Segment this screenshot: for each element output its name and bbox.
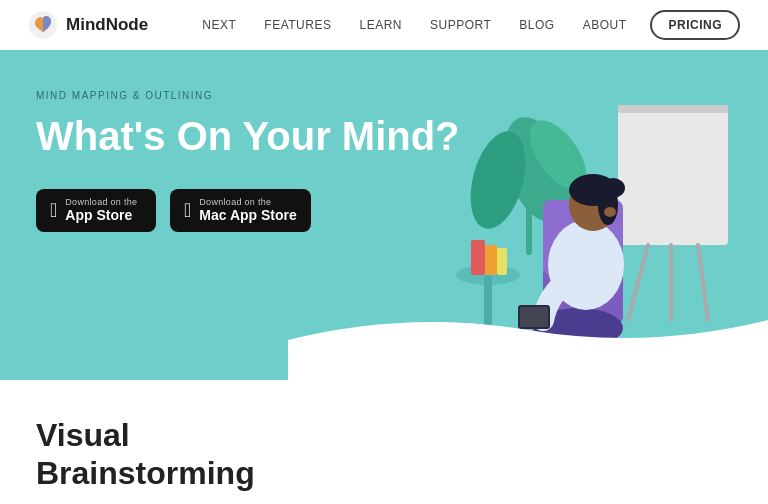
app-store-top: Download on the [65,197,137,207]
apple-icon-2:  [184,200,191,220]
nav-learn[interactable]: LEARN [359,18,402,32]
hero-title: What's On Your Mind? [36,113,460,159]
mac-store-top: Download on the [199,197,271,207]
svg-line-7 [628,245,648,320]
svg-rect-5 [618,110,728,245]
store-buttons:  Download on the App Store  Download o… [36,189,460,232]
app-store-name: App Store [65,207,132,224]
svg-line-8 [698,245,708,320]
hero-section: MIND MAPPING & OUTLINING What's On Your … [0,50,768,380]
svg-rect-4 [526,205,532,255]
nav-links: NEXT FEATURES LEARN SUPPORT BLOG ABOUT [202,18,626,32]
svg-point-27 [604,207,616,217]
apple-icon-1:  [50,200,57,220]
logo-text: MindNode [66,15,148,35]
nav-support[interactable]: SUPPORT [430,18,491,32]
hero-subtitle: MIND MAPPING & OUTLINING [36,90,460,101]
nav-blog[interactable]: BLOG [519,18,554,32]
svg-rect-6 [618,105,728,113]
section-title: Visual Brainstorming [36,416,732,493]
hero-content: MIND MAPPING & OUTLINING What's On Your … [36,90,460,232]
svg-rect-13 [485,245,497,275]
app-store-button[interactable]:  Download on the App Store [36,189,156,232]
mac-store-name: Mac App Store [199,207,297,224]
section-title-line1: Visual [36,417,130,453]
svg-point-24 [601,178,625,198]
below-hero-section: Visual Brainstorming Start planning your… [0,380,768,504]
mac-store-text: Download on the Mac App Store [199,197,297,224]
logo-icon [28,10,58,40]
nav-about[interactable]: ABOUT [583,18,627,32]
svg-rect-12 [471,240,485,275]
app-store-text: Download on the App Store [65,197,137,224]
svg-rect-26 [520,307,548,327]
nav-next[interactable]: NEXT [202,18,236,32]
section-title-line2: Brainstorming [36,455,255,491]
mac-app-store-button[interactable]:  Download on the Mac App Store [170,189,311,232]
nav-features[interactable]: FEATURES [264,18,331,32]
logo[interactable]: MindNode [28,10,148,40]
navbar: MindNode NEXT FEATURES LEARN SUPPORT BLO… [0,0,768,50]
svg-rect-14 [497,248,507,275]
pricing-button[interactable]: PRICING [650,10,740,40]
